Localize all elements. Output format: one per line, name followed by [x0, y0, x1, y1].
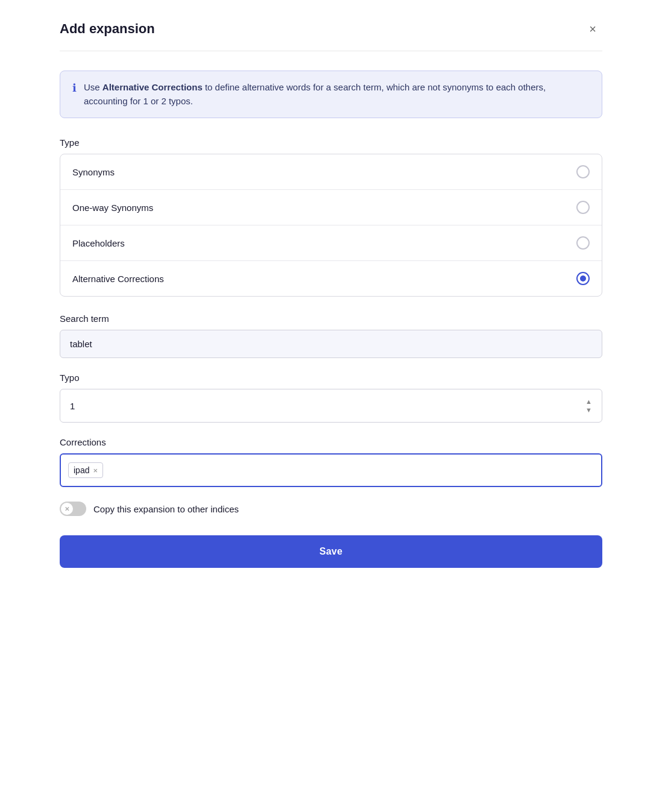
type-radio-synonyms	[576, 165, 590, 178]
corrections-group: Corrections ipad ×	[60, 437, 602, 487]
typo-group: Typo 1 ▲ ▼	[60, 373, 602, 423]
search-term-group: Search term	[60, 313, 602, 358]
info-prefix: Use	[84, 82, 102, 92]
type-option-one-way-label: One-way Synonyms	[72, 203, 153, 213]
save-button[interactable]: Save	[60, 535, 602, 568]
type-radio-alt-corrections	[576, 272, 590, 285]
info-icon: ℹ	[72, 81, 77, 95]
info-text: Use Alternative Corrections to define al…	[84, 81, 590, 108]
type-options-box: Synonyms One-way Synonyms Placeholders A…	[60, 154, 602, 297]
corrections-input-box[interactable]: ipad ×	[60, 453, 602, 487]
type-section: Type Synonyms One-way Synonyms Placehold…	[60, 137, 602, 297]
typo-spinner[interactable]: 1 ▲ ▼	[60, 389, 602, 423]
typo-value: 1	[70, 401, 75, 411]
type-radio-placeholders	[576, 236, 590, 250]
spinner-arrows: ▲ ▼	[585, 398, 592, 414]
correction-tag-label: ipad	[74, 465, 89, 475]
type-option-placeholders[interactable]: Placeholders	[60, 225, 602, 261]
correction-tag-remove[interactable]: ×	[93, 467, 98, 474]
search-term-label: Search term	[60, 313, 602, 324]
arrow-down-icon: ▼	[585, 406, 592, 414]
typo-label: Typo	[60, 373, 602, 383]
dialog-title: Add expansion	[60, 21, 155, 37]
dialog-header: Add expansion ×	[60, 19, 602, 51]
close-button[interactable]: ×	[583, 19, 602, 39]
info-bold: Alternative Corrections	[102, 82, 203, 92]
copy-toggle[interactable]: ✕	[60, 502, 86, 516]
type-label: Type	[60, 137, 602, 148]
info-box: ℹ Use Alternative Corrections to define …	[60, 71, 602, 118]
correction-tag-ipad: ipad ×	[68, 462, 103, 478]
type-option-placeholders-label: Placeholders	[72, 238, 125, 248]
copy-toggle-row: ✕ Copy this expansion to other indices	[60, 502, 602, 516]
corrections-label: Corrections	[60, 437, 602, 447]
search-term-input[interactable]	[60, 330, 602, 358]
arrow-up-icon: ▲	[585, 398, 592, 405]
type-option-alt-corrections[interactable]: Alternative Corrections	[60, 261, 602, 296]
add-expansion-dialog: Add expansion × ℹ Use Alternative Correc…	[36, 0, 626, 592]
type-option-one-way[interactable]: One-way Synonyms	[60, 190, 602, 225]
copy-toggle-label: Copy this expansion to other indices	[93, 504, 239, 514]
toggle-knob: ✕	[61, 503, 73, 515]
type-option-synonyms-label: Synonyms	[72, 167, 115, 177]
toggle-x-icon: ✕	[65, 506, 69, 512]
type-option-alt-corrections-label: Alternative Corrections	[72, 274, 164, 284]
type-option-synonyms[interactable]: Synonyms	[60, 154, 602, 190]
type-radio-one-way	[576, 201, 590, 214]
